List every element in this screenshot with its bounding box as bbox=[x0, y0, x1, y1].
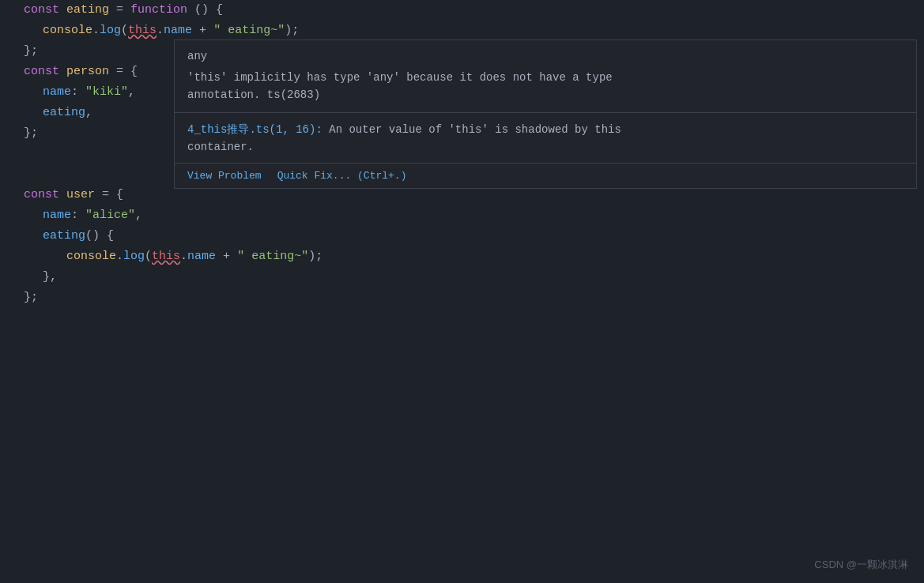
code-line-13: eating () { bbox=[0, 226, 924, 246]
watermark: CSDN @一颗冰淇淋 bbox=[814, 558, 908, 572]
hover-tooltip: any 'this' implicitly has type 'any' bec… bbox=[174, 39, 917, 189]
tooltip-reference: 4_this推导.ts(1, 16): An outer value of 't… bbox=[175, 113, 916, 164]
code-editor: const eating = function () { any 'this' … bbox=[0, 0, 924, 583]
view-problem-link[interactable]: View Problem bbox=[187, 170, 262, 182]
code-line-1: const eating = function () { bbox=[0, 0, 924, 21]
code-line-3: console . log ( this . name + " eating~"… bbox=[0, 21, 924, 41]
tooltip-actions: View Problem Quick Fix... (Ctrl+.) bbox=[175, 164, 916, 188]
var-eating: eating bbox=[66, 1, 109, 20]
code-line-16: }; bbox=[0, 288, 924, 308]
tooltip-description: 'this' implicitly has type 'any' because… bbox=[175, 69, 916, 113]
code-line-12: name : "alice" , bbox=[0, 205, 924, 226]
tooltip-type: any bbox=[175, 40, 916, 69]
code-line-15: }, bbox=[0, 267, 924, 288]
keyword-const: const bbox=[24, 1, 59, 20]
code-line-14: console . log ( this . name + " eating~"… bbox=[0, 246, 924, 267]
file-reference-link[interactable]: 4_this推导.ts(1, 16): bbox=[187, 123, 322, 136]
keyword-function: function bbox=[130, 1, 187, 20]
quick-fix-link[interactable]: Quick Fix... (Ctrl+.) bbox=[277, 170, 407, 182]
